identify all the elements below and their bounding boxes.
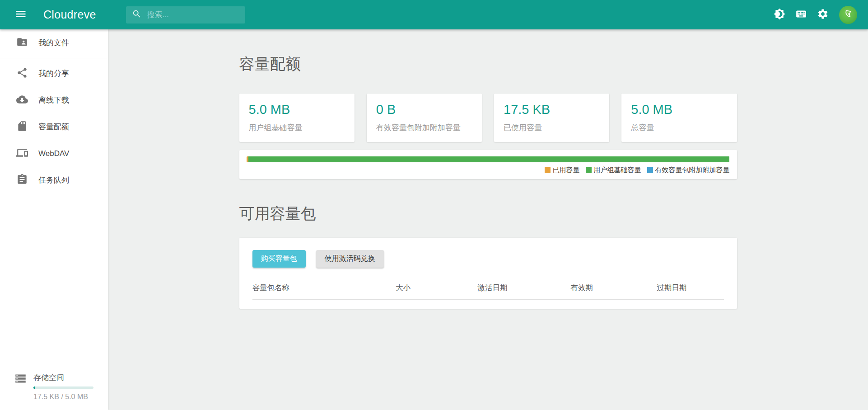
storage-label: 存储空间 xyxy=(33,372,94,383)
stat-value: 17.5 KB xyxy=(504,102,605,117)
column-header-validity: 有效期 xyxy=(570,278,657,300)
legend-label: 有效容量包附加附加容量 xyxy=(655,166,730,174)
keyboard-icon xyxy=(795,8,807,21)
dark-mode-icon xyxy=(774,8,785,21)
sidebar-item-label: WebDAV xyxy=(38,149,69,158)
legend-item-used: 已用容量 xyxy=(545,166,580,174)
avatar-glyph-icon xyxy=(842,8,854,21)
sidebar-item-offline-download[interactable]: 离线下载 xyxy=(0,87,108,113)
packs-card: 购买容量包 使用激活码兑换 容量包名称 大小 激活日期 有效期 过期日期 xyxy=(239,238,737,309)
sidebar-divider xyxy=(0,58,108,58)
sidebar-item-label: 离线下载 xyxy=(38,95,69,105)
legend-label: 已用容量 xyxy=(553,166,580,174)
sd-card-icon xyxy=(16,120,28,134)
legend-swatch-pack xyxy=(647,167,653,173)
sidebar-item-my-files[interactable]: 我的文件 xyxy=(0,29,108,56)
sidebar-item-label: 我的文件 xyxy=(38,38,69,48)
column-header-activation-date: 激活日期 xyxy=(478,278,571,300)
legend-swatch-used xyxy=(545,167,551,173)
packs-table-header-row: 容量包名称 大小 激活日期 有效期 过期日期 xyxy=(252,278,724,300)
topbar-actions xyxy=(769,4,857,26)
sidebar-item-label: 我的分享 xyxy=(38,68,69,79)
stat-label: 总容量 xyxy=(631,123,732,133)
stat-value: 5.0 MB xyxy=(249,102,350,117)
menu-button[interactable] xyxy=(10,4,32,26)
stat-card-group-base: 5.0 MB 用户组基础容量 xyxy=(239,94,355,142)
redeem-code-button[interactable]: 使用激活码兑换 xyxy=(316,250,384,268)
stat-label: 已使用容量 xyxy=(504,123,605,133)
packs-actions: 购买容量包 使用激活码兑换 xyxy=(252,250,724,268)
stat-label: 用户组基础容量 xyxy=(249,123,350,133)
folder-shared-icon xyxy=(16,36,28,50)
keyboard-shortcuts-button[interactable] xyxy=(790,4,812,26)
devices-icon xyxy=(16,147,28,160)
storage-summary: 存储空间 17.5 KB / 5.0 MB xyxy=(0,365,108,410)
storage-usage-text: 17.5 KB / 5.0 MB xyxy=(33,393,94,401)
sidebar-item-label: 任务队列 xyxy=(38,175,69,185)
sidebar-item-label: 容量配额 xyxy=(38,122,69,132)
stat-label: 有效容量包附加附加容量 xyxy=(376,123,477,133)
buy-pack-button[interactable]: 购买容量包 xyxy=(252,250,306,268)
storage-progress-fill xyxy=(33,386,35,389)
app-title: Cloudreve xyxy=(43,8,96,21)
search-bar[interactable]: 搜索... xyxy=(126,6,245,24)
dark-mode-toggle-button[interactable] xyxy=(769,4,790,26)
quota-bar xyxy=(247,156,730,162)
sidebar-item-my-shares[interactable]: 我的分享 xyxy=(0,60,108,87)
legend-item-pack: 有效容量包附加附加容量 xyxy=(647,166,730,174)
legend-item-base: 用户组基础容量 xyxy=(586,166,641,174)
search-placeholder: 搜索... xyxy=(147,9,169,20)
quota-legend: 已用容量 用户组基础容量 有效容量包附加附加容量 xyxy=(247,166,730,174)
sidebar-item-task-queue[interactable]: 任务队列 xyxy=(0,167,108,193)
sidebar-item-capacity-quota[interactable]: 容量配额 xyxy=(0,113,108,140)
storage-icon xyxy=(0,372,27,386)
gear-icon xyxy=(817,8,829,21)
sidebar: 我的文件 我的分享 离线下载 容量配额 WebDAV 任务队列 xyxy=(0,29,108,410)
stat-card-pack-extra: 0 B 有效容量包附加附加容量 xyxy=(367,94,482,142)
settings-button[interactable] xyxy=(812,4,834,26)
storage-progress-bar xyxy=(33,386,93,389)
user-avatar[interactable] xyxy=(839,6,857,24)
column-header-pack-name: 容量包名称 xyxy=(252,278,396,300)
packs-table: 容量包名称 大小 激活日期 有效期 过期日期 xyxy=(252,278,724,300)
quota-bar-segment-base xyxy=(248,156,729,162)
quota-bar-card: 已用容量 用户组基础容量 有效容量包附加附加容量 xyxy=(239,150,737,179)
column-header-size: 大小 xyxy=(396,278,478,300)
app-header: Cloudreve 搜索... xyxy=(0,0,868,29)
legend-label: 用户组基础容量 xyxy=(594,166,641,174)
share-icon xyxy=(16,67,28,80)
sidebar-item-webdav[interactable]: WebDAV xyxy=(0,140,108,167)
column-header-expiry-date: 过期日期 xyxy=(657,278,723,300)
cloud-download-icon xyxy=(16,94,28,107)
hamburger-icon xyxy=(14,8,27,22)
main-content: 容量配额 5.0 MB 用户组基础容量 0 B 有效容量包附加附加容量 17.5… xyxy=(108,29,868,410)
quota-section-title: 容量配额 xyxy=(239,54,737,75)
stat-value: 0 B xyxy=(376,102,477,117)
packs-section-title: 可用容量包 xyxy=(239,203,737,224)
stat-card-total: 5.0 MB 总容量 xyxy=(621,94,737,142)
stat-value: 5.0 MB xyxy=(631,102,732,117)
search-icon xyxy=(132,9,142,21)
stat-card-used: 17.5 KB 已使用容量 xyxy=(494,94,609,142)
assignment-icon xyxy=(16,174,28,187)
legend-swatch-base xyxy=(586,167,592,173)
quota-cards-row: 5.0 MB 用户组基础容量 0 B 有效容量包附加附加容量 17.5 KB 已… xyxy=(239,94,737,142)
